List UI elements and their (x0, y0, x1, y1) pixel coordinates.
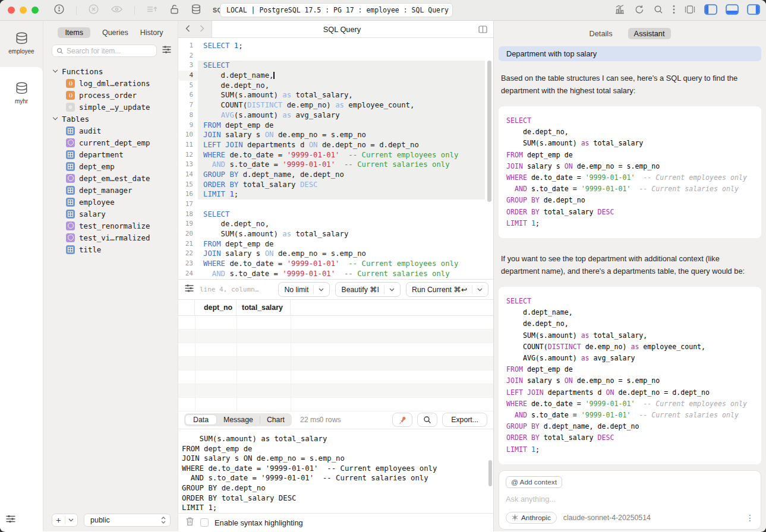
editor-line-18[interactable]: 18SELECT (178, 210, 493, 220)
sidebar-item-audit[interactable]: audit (43, 125, 178, 137)
table-row[interactable] (178, 384, 493, 398)
conversation-title-banner[interactable]: Department with top salary (499, 46, 761, 61)
table-row[interactable] (178, 316, 493, 330)
toggle-left-panel-icon[interactable] (704, 4, 717, 17)
sidebar-item-employee[interactable]: employee (43, 196, 178, 208)
sidebar-item-department[interactable]: department (43, 148, 178, 160)
table-row[interactable] (178, 330, 493, 343)
editor-line-8[interactable]: 8 AVG(s.amount) as avg_salary (178, 110, 493, 121)
table-row[interactable] (178, 370, 493, 384)
queue-icon[interactable] (146, 4, 158, 17)
sidebar-item-simple-y-update[interactable]: ⚙simple_…y_update (43, 101, 178, 113)
editor-line-22[interactable]: 22JOIN salary s ON de.emp_no = s.emp_no (178, 249, 493, 259)
editor-line-11[interactable]: 11LEFT JOIN departments d ON de.dept_no … (178, 140, 493, 150)
editor-line-9[interactable]: 9FROM dept_emp de (178, 121, 493, 131)
editor-settings-icon[interactable] (184, 284, 194, 295)
editor-line-12[interactable]: 12WHERE de.to_date = '9999-01-01' -- Cur… (178, 150, 493, 160)
editor-line-20[interactable]: 20 SUM(s.amount) as total_salary (178, 229, 493, 239)
editor-line-19[interactable]: 19 de.dept_no, (178, 219, 493, 229)
editor-line-6[interactable]: 6 SUM(s.amount) as total_salary, (178, 90, 493, 100)
close-window-button[interactable] (8, 7, 15, 14)
assistant-more-icon[interactable]: ⋮ (746, 514, 754, 522)
table-row[interactable] (178, 398, 493, 411)
editor-tab-title[interactable]: SQL Query (212, 21, 472, 37)
editor-line-14[interactable]: 14GROUP BY d.dept_name, de.dept_no (178, 170, 493, 180)
message-panel[interactable]: SUM(s.amount) as total_salaryFROM dept_e… (178, 429, 493, 513)
editor-line-15[interactable]: 15ORDER BY total_salary DESC (178, 180, 493, 190)
layout-icon[interactable] (684, 4, 696, 17)
tab-queries[interactable]: Queries (102, 28, 128, 37)
toggle-right-panel-icon[interactable] (747, 4, 760, 17)
assistant-code-block[interactable]: SELECT de.dept_no, SUM(s.amount) as tota… (499, 106, 761, 238)
tab-items[interactable]: Items (58, 27, 90, 38)
sidebar-item-test-vi-rmalized[interactable]: test_vi…rmalized (43, 232, 178, 243)
refresh-icon[interactable] (634, 4, 645, 17)
more-icon[interactable] (672, 4, 676, 17)
sidebar-item-dept-manager[interactable]: dept_manager (43, 184, 178, 196)
visibility-icon[interactable] (111, 4, 123, 17)
filter-items-icon[interactable] (162, 45, 172, 56)
sidebar-item-log-dml-erations[interactable]: ()log_dml…erations (43, 77, 178, 89)
editor-line-24[interactable]: 24 AND s.to_date = '9999-01-01' -- Curre… (178, 269, 493, 279)
tab-history[interactable]: History (140, 28, 163, 37)
table-row[interactable] (178, 357, 493, 370)
window-title-field[interactable]: LOCAL | PostgreSQL 17.5 : PG 17 : employ… (220, 3, 453, 17)
add-context-chip[interactable]: @ Add context (506, 476, 562, 488)
table-row[interactable] (178, 343, 493, 357)
disconnect-icon[interactable] (88, 4, 99, 17)
database-icon[interactable] (191, 4, 201, 17)
column-header-dept-no[interactable]: dept_no (195, 300, 237, 315)
editor-line-23[interactable]: 23WHERE de.to_date = '9999-01-01' -- Cur… (178, 259, 493, 269)
editor-line-21[interactable]: 21FROM dept_emp de (178, 239, 493, 249)
model-name[interactable]: claude-sonnet-4-20250514 (563, 514, 651, 522)
run-current-dropdown[interactable]: Run Current ⌘↩ (406, 282, 488, 297)
sidebar-item-dept-em-est-date[interactable]: dept_em…est_date (43, 172, 178, 184)
editor-line-16[interactable]: 16LIMIT 1; (178, 189, 493, 200)
sidebar-item-salary[interactable]: salary (43, 208, 178, 220)
search-results-button[interactable] (417, 413, 437, 427)
sidebar-item-process-order[interactable]: ()process_order (43, 89, 178, 101)
sidebar-group-tables[interactable]: Tables (43, 113, 178, 125)
beautify-dropdown[interactable]: Beautify ⌘I (335, 282, 401, 297)
toggle-bottom-panel-icon[interactable] (726, 4, 739, 17)
export-button[interactable]: Export... (442, 413, 487, 427)
back-icon[interactable] (185, 24, 190, 34)
tab-message[interactable]: Message (217, 414, 260, 425)
editor-line-7[interactable]: 7 COUNT(DISTINCT de.emp_no) as employee_… (178, 100, 493, 110)
sidebar-item-title[interactable]: title (43, 243, 178, 255)
rail-settings-button[interactable] (5, 514, 16, 526)
sidebar-group-functions[interactable]: Functions (43, 65, 178, 77)
zoom-window-button[interactable] (31, 7, 39, 14)
tab-details[interactable]: Details (589, 29, 612, 38)
sidebar-item-test-renormalize[interactable]: test_renormalize (43, 220, 178, 232)
editor-scrollbar[interactable] (487, 61, 491, 202)
ask-anything-placeholder[interactable]: Ask anything... (506, 495, 754, 504)
sidebar-item-dept-emp[interactable]: dept_emp (43, 160, 178, 172)
search-input[interactable]: Search for item... (52, 45, 157, 57)
editor-line-3[interactable]: 3SELECT (178, 61, 493, 71)
editor-line-10[interactable]: 10JOIN salary s ON de.emp_no = s.emp_no (178, 130, 493, 140)
tab-assistant[interactable]: Assistant (628, 28, 671, 39)
connection-icon[interactable] (53, 4, 65, 17)
split-view-icon[interactable] (472, 21, 493, 37)
syntax-highlighting-checkbox[interactable] (200, 518, 209, 527)
editor-line-17[interactable]: 17 (178, 200, 493, 210)
lock-icon[interactable] (169, 4, 179, 17)
assistant-input-card[interactable]: @ Add context Ask anything... Anthropic … (499, 470, 761, 530)
connection-employee[interactable]: employee (0, 21, 43, 67)
tab-chart[interactable]: Chart (260, 414, 291, 425)
schema-select[interactable]: public (84, 514, 171, 527)
editor-line-13[interactable]: 13 AND s.to_date = '9999-01-01' -- Curre… (178, 160, 493, 170)
editor-line-5[interactable]: 5 de.dept_no, (178, 81, 493, 91)
message-scrollbar[interactable] (488, 460, 492, 486)
column-header-total-salary[interactable]: total_salary (237, 300, 291, 315)
trash-icon[interactable] (185, 517, 194, 528)
editor-line-2[interactable]: 2 (178, 51, 493, 61)
search-icon[interactable] (653, 4, 664, 17)
sql-editor[interactable]: 1SELECT 1;23SELECT4 d.dept_name,5 de.dep… (178, 38, 493, 279)
sidebar-item-current-dept-emp[interactable]: current_dept_emp (43, 137, 178, 148)
tab-data[interactable]: Data (185, 414, 217, 425)
editor-line-1[interactable]: 1SELECT 1; (178, 41, 493, 51)
chart-icon[interactable] (614, 4, 626, 17)
assistant-code-block[interactable]: SELECT d.dept_name, de.dept_no, SUM(s.am… (499, 287, 761, 464)
